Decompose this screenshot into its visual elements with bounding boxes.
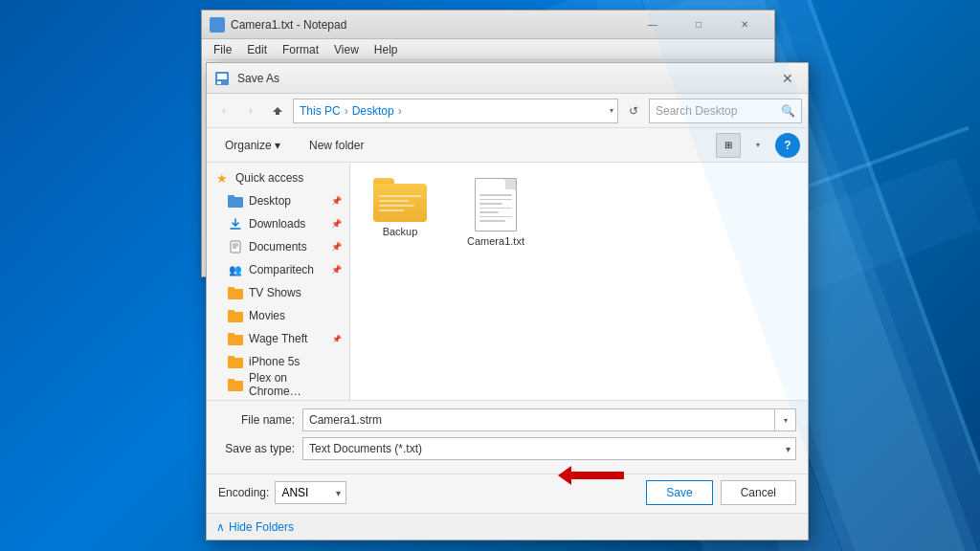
svg-rect-14 (228, 333, 234, 337)
sidebar-item-tv-shows[interactable]: TV Shows (207, 281, 349, 304)
sidebar-label-iphone: iPhone 5s (249, 355, 300, 368)
sidebar-item-plex-kodi[interactable]: Plex on Kodi (207, 396, 349, 400)
hide-folders-label: Hide Folders (229, 520, 294, 534)
people-icon: 👥 (228, 262, 243, 277)
filename-label: File name: (218, 413, 295, 427)
encoding-select-wrap: ANSI UTF-8 Unicode (275, 481, 346, 504)
notepad-maximize-btn[interactable]: □ (677, 11, 721, 39)
sidebar-item-movies[interactable]: Movies (207, 304, 349, 327)
view-btn[interactable]: ⊞ (716, 133, 741, 158)
help-btn[interactable]: ? (775, 133, 800, 158)
view-icon: ⊞ (724, 140, 732, 150)
view-dropdown-btn[interactable]: ▾ (748, 133, 768, 158)
encoding-select[interactable]: ANSI UTF-8 Unicode (275, 481, 346, 504)
camera1-label: Camera1.txt (467, 235, 524, 247)
dialog-close-btn[interactable]: ✕ (775, 66, 800, 91)
save-button[interactable]: Save (646, 480, 712, 505)
menu-format[interactable]: Format (275, 41, 326, 58)
folder-iphone-icon (228, 354, 243, 369)
sidebar-label-desktop: Desktop (249, 194, 291, 208)
star-icon: ★ (214, 170, 230, 186)
sidebar-item-documents[interactable]: Documents 📌 (207, 235, 349, 258)
menu-file[interactable]: File (206, 41, 239, 58)
new-folder-label: New folder (309, 139, 364, 152)
filename-input-wrapper: ▾ (302, 408, 796, 431)
sidebar-item-comparitech[interactable]: 👥 Comparitech 📌 (207, 258, 349, 281)
menu-view[interactable]: View (326, 41, 367, 58)
search-box[interactable]: Search Desktop 🔍 (649, 99, 802, 123)
cancel-button[interactable]: Cancel (721, 480, 796, 505)
dialog-title: Save As (237, 72, 775, 85)
filename-dropdown-btn[interactable]: ▾ (775, 408, 796, 431)
folder-wage-icon (228, 331, 243, 346)
notepad-close-btn[interactable]: ✕ (723, 11, 767, 39)
folder-blue-icon (228, 193, 243, 209)
savetype-select-wrapper: Text Documents (*.txt) (302, 437, 796, 460)
dialog-content: ★ Quick access Desktop 📌 Downloads (207, 163, 808, 400)
backup-folder-icon (373, 178, 427, 222)
dialog-buttons-bar: Encoding: ANSI UTF-8 Unicode Save Cancel (207, 474, 808, 513)
sidebar-item-downloads[interactable]: Downloads 📌 (207, 212, 349, 235)
search-icon: 🔍 (781, 104, 795, 118)
file-item-camera1[interactable]: Camera1.txt (457, 174, 534, 251)
sidebar-label-quick-access: Quick access (235, 171, 303, 185)
encoding-section: Encoding: ANSI UTF-8 Unicode (218, 481, 646, 504)
backup-label: Backup (383, 226, 418, 237)
savetype-row: Save as type: Text Documents (*.txt) (218, 437, 796, 460)
svg-rect-5 (231, 241, 240, 253)
notepad-controls: — □ ✕ (631, 11, 767, 39)
svg-rect-16 (228, 356, 234, 360)
sidebar-item-wage-theft[interactable]: Wage Theft 📌 (207, 327, 349, 350)
sidebar-label-wage-theft: Wage Theft (249, 332, 307, 345)
notepad-title: Camera1.txt - Notepad (231, 18, 631, 32)
svg-rect-18 (228, 379, 234, 383)
breadcrumb-this-pc[interactable]: This PC (300, 104, 341, 118)
sidebar-label-tv-shows: TV Shows (249, 286, 301, 299)
camera1-file-icon (475, 178, 517, 231)
hide-folders-btn[interactable]: ∧ Hide Folders (216, 520, 294, 534)
breadcrumb-bar: This PC › Desktop › ▾ (293, 99, 618, 123)
hide-folders-bar: ∧ Hide Folders (207, 513, 808, 540)
documents-pin-icon: 📌 (331, 242, 342, 252)
refresh-btn[interactable]: ↺ (622, 99, 645, 122)
file-item-backup[interactable]: Backup (362, 174, 438, 251)
folder-plex-chrome-icon (228, 377, 243, 392)
dialog-toolbar: Organize ▾ New folder ⊞ ▾ ? (207, 128, 808, 163)
new-folder-btn[interactable]: New folder (299, 133, 374, 158)
menu-help[interactable]: Help (367, 41, 406, 58)
sidebar-item-iphone[interactable]: iPhone 5s (207, 350, 349, 373)
notepad-menubar: File Edit Format View Help (202, 39, 774, 60)
breadcrumb-desktop[interactable]: Desktop (352, 104, 394, 118)
desktop-pin-icon: 📌 (331, 196, 342, 206)
notepad-minimize-btn[interactable]: — (631, 11, 675, 39)
svg-rect-4 (228, 195, 234, 199)
notepad-titlebar: Camera1.txt - Notepad — □ ✕ (202, 11, 774, 39)
sidebar-label-movies: Movies (249, 309, 285, 322)
sidebar-item-desktop[interactable]: Desktop 📌 (207, 189, 349, 212)
comparitech-pin-icon: 📌 (331, 265, 342, 275)
nav-up-btn[interactable] (266, 99, 289, 122)
sidebar-item-plex-chrome[interactable]: Plex on Chrome… (207, 373, 349, 396)
savetype-select[interactable]: Text Documents (*.txt) (302, 437, 796, 460)
filename-input[interactable] (302, 408, 775, 431)
sidebar-item-quick-access[interactable]: ★ Quick access (207, 166, 349, 189)
downloads-pin-icon: 📌 (331, 219, 342, 229)
sidebar-label-downloads: Downloads (249, 217, 305, 231)
organize-btn[interactable]: Organize ▾ (214, 133, 291, 158)
encoding-label: Encoding: (218, 486, 269, 499)
breadcrumb-dropdown-btn[interactable]: ▾ (610, 106, 613, 115)
filename-row: File name: ▾ (218, 408, 796, 431)
svg-rect-12 (228, 310, 234, 314)
nav-forward-btn[interactable]: › (239, 99, 262, 122)
savetype-label: Save as type: (218, 442, 295, 455)
notepad-icon (210, 17, 225, 33)
svg-rect-10 (228, 287, 234, 291)
folder-movies-icon (228, 308, 243, 323)
svg-rect-1 (217, 74, 227, 79)
folder-tv-icon (228, 285, 243, 300)
hide-folders-arrow: ∧ (216, 520, 225, 534)
documents-icon (228, 239, 243, 254)
menu-edit[interactable]: Edit (239, 41, 275, 58)
nav-back-btn[interactable]: ‹ (212, 99, 235, 122)
wage-theft-pin-icon: 📌 (332, 335, 342, 343)
